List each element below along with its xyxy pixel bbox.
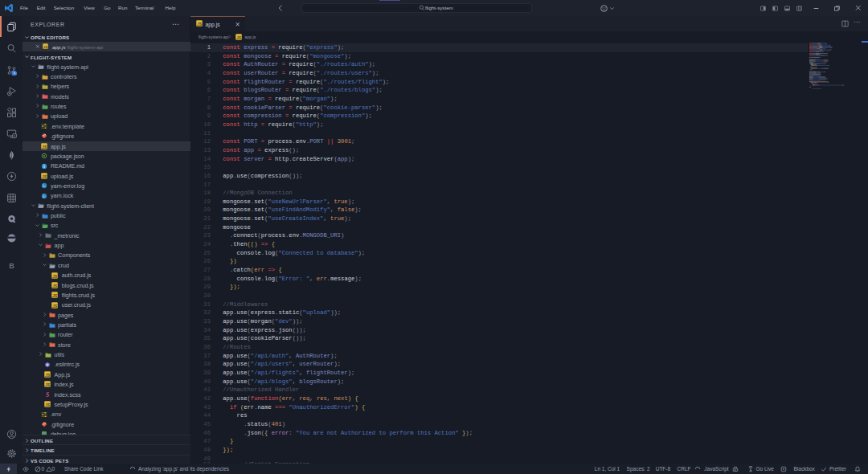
svg-text:JS: JS [45,402,51,407]
svg-text:S: S [46,391,49,398]
svg-text:JS: JS [45,373,51,378]
svg-text:JS: JS [45,383,51,388]
svg-text:JS: JS [42,174,47,179]
svg-text:B: B [9,261,14,270]
svg-text:JS: JS [42,145,47,149]
svg-text:JS: JS [52,284,58,288]
svg-text:JS: JS [52,294,58,299]
svg-text:JS: JS [196,22,202,27]
svg-text:JS: JS [235,35,241,40]
svg-text:JS: JS [52,274,58,279]
svg-text:JS: JS [52,304,58,309]
